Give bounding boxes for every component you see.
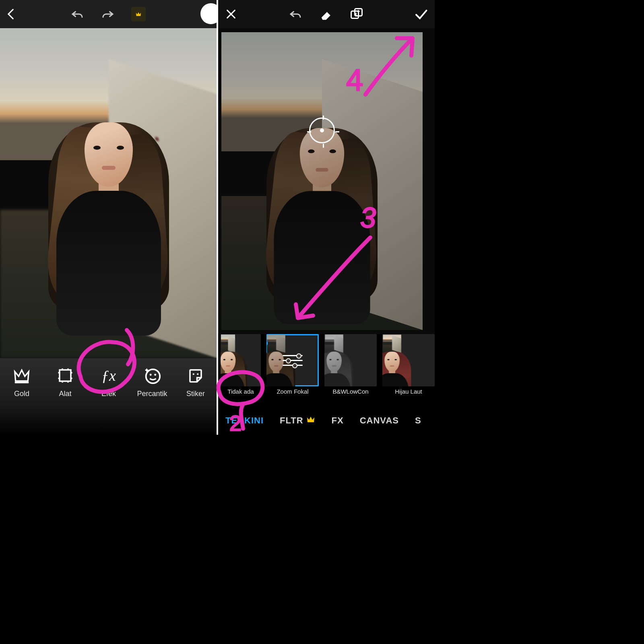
tool-stiker[interactable]: Stiker	[178, 366, 214, 398]
tool-efek[interactable]: ƒxEfek	[91, 366, 127, 398]
stiker-icon	[186, 366, 205, 385]
tool-label: Efek	[101, 390, 116, 398]
svg-rect-0	[60, 370, 71, 381]
category-label: FX	[332, 415, 344, 426]
category-s[interactable]: S	[415, 415, 421, 426]
filter-label: Tidak ada	[227, 388, 254, 395]
filter-thumb-bwlowcon[interactable]: B&WLowCon	[324, 334, 377, 395]
left-canvas[interactable]	[0, 28, 217, 358]
right-topbar	[217, 0, 435, 28]
svg-point-3	[154, 374, 156, 376]
efek-icon: ƒx	[99, 366, 118, 385]
crown-icon	[306, 415, 316, 427]
category-terkini[interactable]: TERKINI	[225, 415, 264, 426]
left-screenshot: GoldAlatƒxEfekPercantikStiker	[0, 0, 217, 435]
redo-icon[interactable]	[101, 7, 115, 21]
category-label: S	[415, 415, 421, 426]
right-canvas[interactable]	[217, 28, 435, 334]
alat-icon	[56, 366, 74, 385]
tool-alat[interactable]: Alat	[47, 366, 83, 398]
left-topbar	[0, 0, 217, 28]
eraser-icon[interactable]	[319, 7, 333, 21]
filter-category-row: TERKINIFLTRFXCANVASS	[217, 407, 435, 435]
close-icon[interactable]	[224, 7, 238, 21]
category-canvas[interactable]: CANVAS	[360, 415, 399, 426]
filter-label: B&WLowCon	[332, 388, 368, 395]
crown-premium-icon[interactable]	[131, 7, 146, 21]
left-tool-row: GoldAlatƒxEfekPercantikStiker	[0, 358, 217, 435]
pane-divider	[217, 0, 218, 435]
filter-thumb-hijau[interactable]: Hijau Laut	[382, 334, 435, 395]
tool-label: Percantik	[137, 390, 167, 398]
filter-thumb-none[interactable]: Tidak ada	[221, 334, 261, 395]
sliders-icon	[266, 334, 319, 386]
filter-thumb-row: Tidak adaZoom FokalB&WLowConHijau Laut	[217, 334, 435, 407]
filter-label: Hijau Laut	[395, 388, 422, 395]
apply-check-icon[interactable]	[414, 7, 428, 21]
focal-crosshair-icon[interactable]	[309, 118, 335, 143]
tool-percantik[interactable]: Percantik	[134, 366, 170, 398]
category-label: TERKINI	[225, 415, 264, 426]
back-arrow-icon[interactable]	[4, 7, 19, 21]
category-fx[interactable]: FX	[332, 415, 344, 426]
svg-point-4	[193, 373, 194, 375]
tool-label: Gold	[14, 390, 29, 398]
tool-label: Alat	[59, 390, 71, 398]
right-screenshot: Tidak adaZoom FokalB&WLowConHijau Laut T…	[217, 0, 435, 435]
svg-point-1	[146, 369, 160, 384]
category-fltr[interactable]: FLTR	[280, 415, 316, 427]
gold-icon	[12, 366, 31, 385]
percantik-icon	[143, 366, 161, 385]
filter-thumb-zoomfokal[interactable]: Zoom Fokal	[266, 334, 319, 395]
undo-icon[interactable]	[288, 7, 303, 21]
category-label: CANVAS	[360, 415, 399, 426]
svg-point-5	[197, 373, 198, 375]
undo-icon[interactable]	[70, 7, 85, 21]
photo-subject	[0, 28, 217, 358]
photo-subject-effect	[221, 32, 423, 330]
tool-gold[interactable]: Gold	[4, 366, 40, 398]
category-label: FLTR	[280, 415, 303, 426]
compare-icon[interactable]	[349, 7, 364, 21]
tool-label: Stiker	[186, 390, 205, 398]
filter-label: Zoom Fokal	[277, 388, 308, 395]
svg-point-2	[150, 374, 152, 376]
